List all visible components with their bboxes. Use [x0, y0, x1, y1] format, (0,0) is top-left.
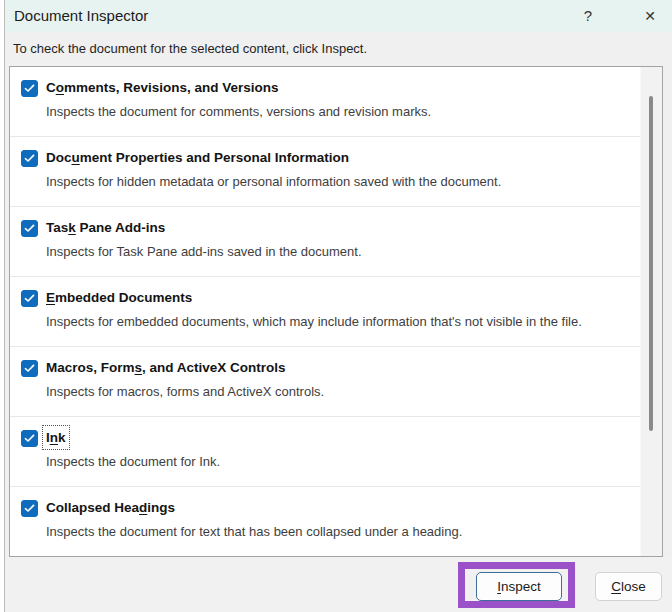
checkbox-ink[interactable] [21, 430, 38, 447]
instruction-text: To check the document for the selected c… [5, 32, 672, 64]
scrollbar-thumb[interactable] [649, 96, 653, 431]
item-label-text[interactable]: Collapsed Headings [46, 499, 175, 516]
checkbox-comments[interactable] [21, 80, 38, 97]
footer-bar [5, 557, 672, 612]
checkbox-embedded-documents[interactable] [21, 290, 38, 307]
item-label-text[interactable]: Comments, Revisions, and Versions [46, 79, 279, 96]
scrollbar-track[interactable] [640, 67, 662, 556]
item-description: Inspects for hidden metadata or personal… [46, 174, 622, 190]
help-icon[interactable]: ? [574, 2, 602, 30]
item-label: Comments, Revisions, and Versions [46, 79, 622, 96]
list-item-collapsed-headings: Collapsed Headings Inspects the document… [10, 487, 662, 557]
item-label-text[interactable]: Task Pane Add-ins [46, 219, 165, 236]
item-label-text[interactable]: Document Properties and Personal Informa… [46, 149, 349, 166]
inspect-button[interactable]: Inspect [476, 572, 562, 601]
checkbox-collapsed-headings[interactable] [21, 500, 38, 517]
close-icon[interactable]: ✕ [636, 2, 664, 30]
item-label: Macros, Forms, and ActiveX Controls [46, 359, 622, 376]
close-button[interactable]: Close [595, 572, 662, 601]
item-description: Inspects for macros, forms and ActiveX c… [46, 384, 622, 400]
item-label: Ink [46, 429, 622, 446]
item-label: Task Pane Add-ins [46, 219, 622, 236]
item-description: Inspects the document for comments, vers… [46, 104, 622, 120]
item-label: Embedded Documents [46, 289, 622, 306]
list-item-macros-forms-activex: Macros, Forms, and ActiveX Controls Insp… [10, 347, 662, 417]
list-item-document-properties: Document Properties and Personal Informa… [10, 137, 662, 207]
item-label-text[interactable]: Macros, Forms, and ActiveX Controls [46, 359, 286, 376]
checkbox-task-pane-addins[interactable] [21, 220, 38, 237]
list-item-comments: Comments, Revisions, and Versions Inspec… [10, 67, 662, 137]
list-item-ink: Ink Inspects the document for Ink. [10, 417, 662, 487]
title-bar: Document Inspector ? ✕ [5, 0, 672, 32]
item-description: Inspects the document for text that has … [46, 524, 622, 540]
item-label-text[interactable]: Ink [46, 429, 66, 446]
list-item-task-pane-addins: Task Pane Add-ins Inspects for Task Pane… [10, 207, 662, 277]
item-description: Inspects the document for Ink. [46, 454, 622, 470]
item-description: Inspects for embedded documents, which m… [46, 314, 622, 330]
checkbox-document-properties[interactable] [21, 150, 38, 167]
list-item-embedded-documents: Embedded Documents Inspects for embedded… [10, 277, 662, 347]
checkbox-macros-forms-activex[interactable] [21, 360, 38, 377]
item-description: Inspects for Task Pane add-ins saved in … [46, 244, 622, 260]
item-label: Document Properties and Personal Informa… [46, 149, 622, 166]
item-label-text[interactable]: Embedded Documents [46, 289, 192, 306]
dialog-window: Document Inspector ? ✕ To check the docu… [4, 0, 672, 612]
dialog-title: Document Inspector [14, 7, 148, 24]
document-inspector-dialog: Document Inspector ? ✕ To check the docu… [0, 0, 672, 612]
item-label: Collapsed Headings [46, 499, 622, 516]
inspector-options-list: Comments, Revisions, and Versions Inspec… [9, 66, 663, 557]
